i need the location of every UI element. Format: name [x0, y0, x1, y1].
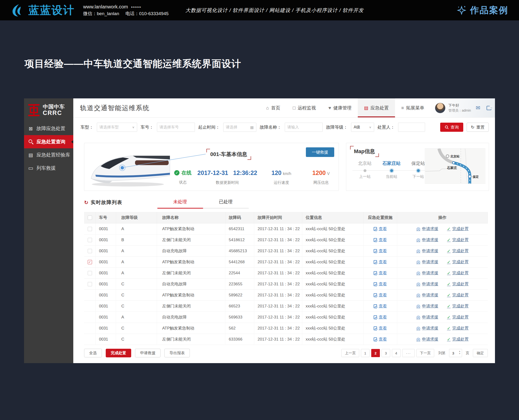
- complete-check-icon: ✓: [447, 282, 450, 286]
- one-key-rescue-button[interactable]: 一键救援: [306, 147, 334, 157]
- table-row: 0031 C 左侧门未能关闭 633366 2017-12-31 11 : 34…: [84, 334, 488, 345]
- complete-handle-link[interactable]: ✓ 完成处置: [447, 259, 469, 265]
- car-no-input[interactable]: [157, 123, 195, 132]
- cell-fault-level: A: [116, 224, 157, 234]
- sidebar-item[interactable]: 应急处置经验库: [24, 148, 73, 162]
- row-checkbox[interactable]: [88, 227, 92, 231]
- complete-handle-label: 完成处置: [452, 303, 469, 309]
- user-greeting: 下午好: [448, 103, 471, 108]
- handler-input[interactable]: [398, 123, 425, 132]
- nav-item[interactable]: ♥ 健康管理: [322, 98, 358, 117]
- realtime-refresh-icon: ↻: [84, 200, 88, 205]
- row-checkbox[interactable]: [88, 282, 92, 286]
- complete-handle-link[interactable]: ✓ 完成处置: [447, 315, 469, 320]
- nav-item-label: 健康管理: [333, 105, 351, 111]
- row-checkbox[interactable]: [88, 249, 92, 253]
- view-link[interactable]: 查看: [374, 270, 387, 276]
- pagination-item[interactable]: 1: [361, 349, 370, 357]
- sidebar-item-icon: [28, 126, 34, 132]
- view-link[interactable]: 查看: [374, 259, 387, 265]
- sidebar-item[interactable]: 故障应急处置: [24, 122, 73, 135]
- table-row: 0031 A ATP触发紧急制动 5441268 2017-12-31 11 :…: [84, 256, 488, 268]
- footer-action-button[interactable]: 完成处置: [106, 349, 131, 357]
- complete-check-icon: ✓: [447, 271, 450, 275]
- request-rescue-link[interactable]: ◎ 申请求援: [416, 303, 439, 309]
- cell-fault-level: B: [116, 234, 157, 245]
- pagination-item[interactable]: 下一页: [416, 349, 434, 357]
- station-progress: 北京站 上一站 石家庄站 当前站 保定站: [351, 160, 432, 184]
- view-link[interactable]: 查看: [374, 315, 387, 320]
- complete-handle-link[interactable]: ✓ 完成处置: [447, 248, 469, 254]
- footer-action-button[interactable]: 申请救援: [135, 349, 161, 357]
- request-rescue-link[interactable]: ◎ 申请求援: [416, 248, 439, 254]
- fault-tab[interactable]: 未处理: [157, 199, 203, 209]
- stepper-arrows-icon[interactable]: ▲▼: [459, 350, 461, 355]
- request-rescue-label: 申请求援: [422, 315, 438, 320]
- cell-fault-name: 自动充电故障: [157, 246, 225, 256]
- row-checkbox[interactable]: [88, 238, 92, 242]
- complete-handle-link[interactable]: ✓ 完成处置: [447, 292, 469, 298]
- complete-handle-label: 完成处置: [452, 248, 469, 254]
- pagination-item[interactable]: 4: [392, 349, 401, 357]
- sidebar-item[interactable]: 列车救援: [24, 162, 73, 175]
- request-rescue-link[interactable]: ◎ 申请求援: [416, 337, 439, 342]
- avatar[interactable]: [435, 103, 445, 113]
- cell-car-no: 0031: [96, 256, 116, 267]
- row-checkbox[interactable]: [88, 271, 92, 275]
- request-rescue-link[interactable]: ◎ 申请求援: [416, 292, 439, 298]
- request-rescue-link[interactable]: ◎ 申请求援: [416, 259, 439, 265]
- view-link[interactable]: 查看: [374, 292, 387, 298]
- complete-handle-link[interactable]: ✓ 完成处置: [447, 337, 469, 342]
- footer-action-button[interactable]: 导出报表: [164, 349, 190, 357]
- mail-icon[interactable]: ✉: [476, 105, 480, 111]
- complete-handle-link[interactable]: ✓ 完成处置: [447, 325, 469, 331]
- route-map-image[interactable]: 北京站 石家庄 保定: [425, 148, 485, 184]
- nav-item[interactable]: ⌂ 首页: [260, 98, 287, 117]
- reset-button[interactable]: ↻ 重置: [467, 123, 489, 132]
- complete-handle-link[interactable]: ✓ 完成处置: [447, 303, 469, 309]
- nav-item-icon: □: [293, 105, 295, 111]
- complete-handle-link[interactable]: ✓ 完成处置: [447, 270, 469, 276]
- complete-handle-link[interactable]: ✓ 完成处置: [447, 226, 469, 232]
- fault-level-select[interactable]: A级 ∨: [351, 123, 374, 132]
- pagination-item[interactable]: 3: [382, 349, 390, 357]
- footer-action-button[interactable]: 全选: [84, 349, 102, 357]
- view-link[interactable]: 查看: [374, 281, 387, 287]
- pagination-item[interactable]: ···: [402, 349, 415, 357]
- nav-item[interactable]: ≡ 拓展菜单: [395, 98, 431, 117]
- nav-item[interactable]: ▤ 应急处置: [358, 98, 395, 117]
- time-range-input[interactable]: 请选择 ▦: [223, 123, 256, 132]
- complete-check-icon: ✓: [447, 260, 450, 264]
- cell-location: xxx站-ccc站 50公里处: [302, 234, 364, 245]
- request-rescue-link[interactable]: ◎ 申请求援: [416, 325, 439, 331]
- portfolio-block[interactable]: 作品案例: [456, 4, 508, 16]
- logout-icon[interactable]: [487, 106, 491, 110]
- request-rescue-link[interactable]: ◎ 申请求援: [416, 281, 439, 287]
- view-link[interactable]: 查看: [374, 226, 387, 232]
- goto-confirm-button[interactable]: 确定: [473, 349, 488, 357]
- view-link[interactable]: 查看: [374, 237, 387, 243]
- car-type-select[interactable]: 请选择车型 ∨: [97, 123, 137, 132]
- view-link[interactable]: 查看: [374, 303, 387, 309]
- row-checkbox[interactable]: [88, 260, 92, 264]
- fault-tab[interactable]: 已处理: [203, 199, 249, 209]
- pagination-item[interactable]: 上一页: [341, 349, 359, 357]
- request-rescue-link[interactable]: ◎ 申请求援: [416, 226, 439, 232]
- nav-item[interactable]: □ 远程监视: [287, 98, 322, 117]
- complete-handle-link[interactable]: ✓ 完成处置: [447, 237, 469, 243]
- request-rescue-link[interactable]: ◎ 申请求援: [416, 237, 439, 243]
- request-rescue-label: 申请求援: [422, 337, 438, 342]
- request-rescue-link[interactable]: ◎ 申请求援: [416, 315, 439, 320]
- view-link[interactable]: 查看: [374, 325, 387, 331]
- pagination-item[interactable]: 2: [371, 349, 380, 357]
- fault-name-input[interactable]: [285, 123, 323, 132]
- complete-handle-link[interactable]: ✓ 完成处置: [447, 281, 469, 287]
- view-link[interactable]: 查看: [374, 337, 387, 342]
- cell-fault-code: 569633: [225, 312, 254, 322]
- sidebar-item[interactable]: 应急处置查询: [24, 135, 73, 148]
- query-button[interactable]: 查询: [440, 123, 463, 132]
- select-all-checkbox[interactable]: [88, 216, 92, 220]
- cell-fault-name: 左侧门未能关闭: [157, 301, 225, 312]
- view-link[interactable]: 查看: [374, 248, 387, 254]
- request-rescue-link[interactable]: ◎ 申请求援: [416, 270, 439, 276]
